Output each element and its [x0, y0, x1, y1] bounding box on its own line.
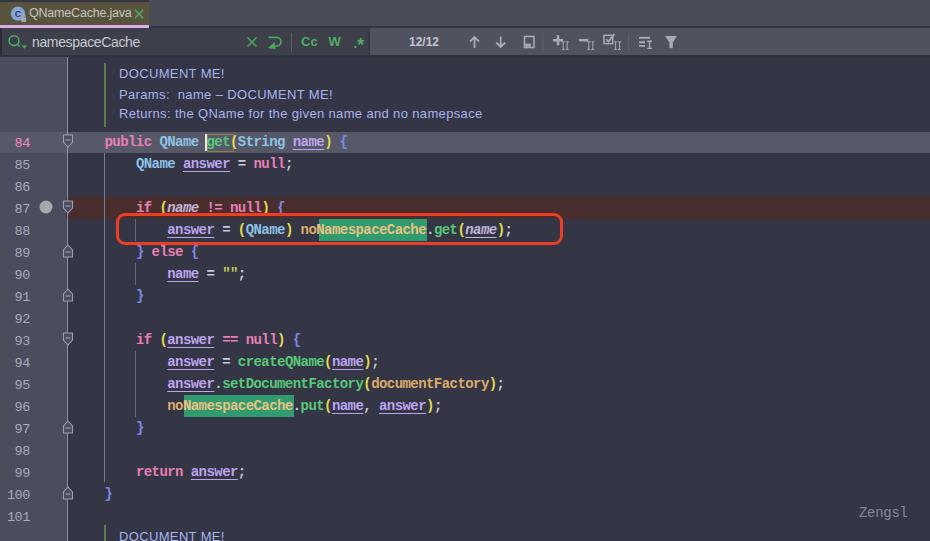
svg-text:C: C	[15, 9, 22, 19]
